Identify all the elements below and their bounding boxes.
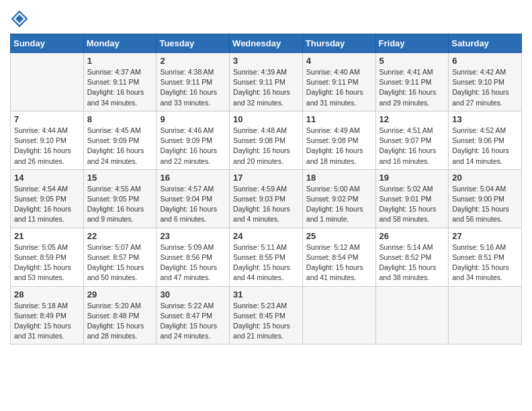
- cell-sun-info: Sunrise: 4:51 AMSunset: 9:07 PMDaylight:…: [380, 126, 445, 167]
- cell-sun-info: Sunrise: 5:22 AMSunset: 8:47 PMDaylight:…: [160, 301, 226, 342]
- cell-sun-info: Sunrise: 4:45 AMSunset: 9:09 PMDaylight:…: [87, 126, 153, 167]
- day-number: 11: [306, 114, 372, 124]
- calendar-cell: 16Sunrise: 4:57 AMSunset: 9:04 PMDayligh…: [157, 169, 230, 228]
- calendar-cell: 2Sunrise: 4:38 AMSunset: 9:11 PMDaylight…: [157, 53, 230, 111]
- cell-sun-info: Sunrise: 4:57 AMSunset: 9:04 PMDaylight:…: [160, 184, 226, 225]
- cell-sun-info: Sunrise: 4:42 AMSunset: 9:10 PMDaylight:…: [452, 67, 518, 108]
- calendar-cell: 12Sunrise: 4:51 AMSunset: 9:07 PMDayligh…: [375, 111, 449, 169]
- day-number: 15: [87, 173, 153, 183]
- calendar-week-row: 28Sunrise: 5:18 AMSunset: 8:49 PMDayligh…: [11, 286, 522, 345]
- weekday-header: Sunday: [11, 34, 84, 53]
- calendar-cell: 26Sunrise: 5:14 AMSunset: 8:52 PMDayligh…: [375, 228, 449, 286]
- day-number: 4: [306, 56, 372, 66]
- day-number: 28: [14, 289, 80, 300]
- day-number: 24: [233, 231, 299, 241]
- cell-sun-info: Sunrise: 5:18 AMSunset: 8:49 PMDaylight:…: [14, 301, 80, 342]
- cell-sun-info: Sunrise: 5:11 AMSunset: 8:55 PMDaylight:…: [233, 242, 299, 283]
- day-number: 21: [14, 231, 80, 241]
- day-number: 3: [233, 56, 299, 66]
- cell-sun-info: Sunrise: 5:12 AMSunset: 8:54 PMDaylight:…: [306, 242, 372, 283]
- cell-sun-info: Sunrise: 5:20 AMSunset: 8:48 PMDaylight:…: [87, 301, 153, 342]
- calendar-cell: 31Sunrise: 5:23 AMSunset: 8:45 PMDayligh…: [230, 286, 303, 345]
- cell-sun-info: Sunrise: 4:48 AMSunset: 9:08 PMDaylight:…: [233, 126, 299, 167]
- calendar-cell: 4Sunrise: 4:40 AMSunset: 9:11 PMDaylight…: [302, 53, 375, 111]
- weekday-header-row: SundayMondayTuesdayWednesdayThursdayFrid…: [11, 34, 522, 53]
- cell-sun-info: Sunrise: 4:44 AMSunset: 9:10 PMDaylight:…: [14, 126, 80, 167]
- calendar-cell: 27Sunrise: 5:16 AMSunset: 8:51 PMDayligh…: [449, 228, 522, 286]
- weekday-header: Friday: [375, 34, 449, 53]
- day-number: 5: [380, 56, 445, 66]
- cell-sun-info: Sunrise: 4:40 AMSunset: 9:11 PMDaylight:…: [306, 67, 372, 108]
- cell-sun-info: Sunrise: 5:05 AMSunset: 8:59 PMDaylight:…: [14, 242, 80, 283]
- calendar-cell: 28Sunrise: 5:18 AMSunset: 8:49 PMDayligh…: [11, 286, 84, 345]
- calendar-cell: 11Sunrise: 4:49 AMSunset: 9:08 PMDayligh…: [302, 111, 375, 169]
- calendar-cell: 30Sunrise: 5:22 AMSunset: 8:47 PMDayligh…: [157, 286, 230, 345]
- day-number: 22: [87, 231, 153, 241]
- cell-sun-info: Sunrise: 5:16 AMSunset: 8:51 PMDaylight:…: [452, 242, 518, 283]
- cell-sun-info: Sunrise: 5:23 AMSunset: 8:45 PMDaylight:…: [233, 301, 299, 342]
- day-number: 17: [233, 173, 299, 183]
- cell-sun-info: Sunrise: 4:55 AMSunset: 9:05 PMDaylight:…: [87, 184, 153, 225]
- cell-sun-info: Sunrise: 4:38 AMSunset: 9:11 PMDaylight:…: [160, 67, 226, 108]
- weekday-header: Wednesday: [230, 34, 303, 53]
- calendar-week-row: 7Sunrise: 4:44 AMSunset: 9:10 PMDaylight…: [11, 111, 522, 169]
- calendar-cell: 15Sunrise: 4:55 AMSunset: 9:05 PMDayligh…: [83, 169, 157, 228]
- day-number: 7: [14, 114, 80, 124]
- calendar-cell: 20Sunrise: 5:04 AMSunset: 9:00 PMDayligh…: [449, 169, 522, 228]
- day-number: 2: [160, 56, 226, 66]
- cell-sun-info: Sunrise: 5:14 AMSunset: 8:52 PMDaylight:…: [380, 242, 445, 283]
- cell-sun-info: Sunrise: 4:46 AMSunset: 9:09 PMDaylight:…: [160, 126, 226, 167]
- day-number: 13: [452, 114, 518, 124]
- calendar-cell: [302, 286, 375, 345]
- calendar-cell: [375, 286, 449, 345]
- cell-sun-info: Sunrise: 5:02 AMSunset: 9:01 PMDaylight:…: [380, 184, 445, 225]
- cell-sun-info: Sunrise: 4:39 AMSunset: 9:11 PMDaylight:…: [233, 67, 299, 108]
- calendar-cell: 8Sunrise: 4:45 AMSunset: 9:09 PMDaylight…: [83, 111, 157, 169]
- day-number: 8: [87, 114, 153, 124]
- calendar-cell: 22Sunrise: 5:07 AMSunset: 8:57 PMDayligh…: [83, 228, 157, 286]
- calendar-cell: 23Sunrise: 5:09 AMSunset: 8:56 PMDayligh…: [157, 228, 230, 286]
- cell-sun-info: Sunrise: 5:09 AMSunset: 8:56 PMDaylight:…: [160, 242, 226, 283]
- day-number: 10: [233, 114, 299, 124]
- calendar-cell: 9Sunrise: 4:46 AMSunset: 9:09 PMDaylight…: [157, 111, 230, 169]
- calendar-cell: 6Sunrise: 4:42 AMSunset: 9:10 PMDaylight…: [449, 53, 522, 111]
- cell-sun-info: Sunrise: 4:49 AMSunset: 9:08 PMDaylight:…: [306, 126, 372, 167]
- cell-sun-info: Sunrise: 4:37 AMSunset: 9:11 PMDaylight:…: [87, 67, 153, 108]
- calendar-cell: 19Sunrise: 5:02 AMSunset: 9:01 PMDayligh…: [375, 169, 449, 228]
- weekday-header: Tuesday: [157, 34, 230, 53]
- weekday-header: Monday: [83, 34, 157, 53]
- page-header: [10, 7, 522, 28]
- calendar-cell: 21Sunrise: 5:05 AMSunset: 8:59 PMDayligh…: [11, 228, 84, 286]
- logo-icon: [10, 9, 29, 28]
- calendar-week-row: 1Sunrise: 4:37 AMSunset: 9:11 PMDaylight…: [11, 53, 522, 111]
- day-number: 1: [87, 56, 153, 66]
- day-number: 9: [160, 114, 226, 124]
- day-number: 18: [306, 173, 372, 183]
- cell-sun-info: Sunrise: 5:07 AMSunset: 8:57 PMDaylight:…: [87, 242, 153, 283]
- day-number: 30: [160, 289, 226, 300]
- day-number: 20: [452, 173, 518, 183]
- calendar-cell: 13Sunrise: 4:52 AMSunset: 9:06 PMDayligh…: [449, 111, 522, 169]
- calendar-cell: 18Sunrise: 5:00 AMSunset: 9:02 PMDayligh…: [302, 169, 375, 228]
- calendar-cell: 25Sunrise: 5:12 AMSunset: 8:54 PMDayligh…: [302, 228, 375, 286]
- calendar-cell: 17Sunrise: 4:59 AMSunset: 9:03 PMDayligh…: [230, 169, 303, 228]
- weekday-header: Saturday: [449, 34, 522, 53]
- calendar-cell: [11, 53, 84, 111]
- calendar-cell: 5Sunrise: 4:41 AMSunset: 9:11 PMDaylight…: [375, 53, 449, 111]
- logo: [10, 9, 32, 28]
- calendar-cell: 10Sunrise: 4:48 AMSunset: 9:08 PMDayligh…: [230, 111, 303, 169]
- day-number: 26: [380, 231, 445, 241]
- day-number: 25: [306, 231, 372, 241]
- calendar-cell: 7Sunrise: 4:44 AMSunset: 9:10 PMDaylight…: [11, 111, 84, 169]
- day-number: 29: [87, 289, 153, 300]
- calendar-cell: [449, 286, 522, 345]
- day-number: 14: [14, 173, 80, 183]
- cell-sun-info: Sunrise: 4:52 AMSunset: 9:06 PMDaylight:…: [452, 126, 518, 167]
- day-number: 19: [380, 173, 445, 183]
- calendar-cell: 29Sunrise: 5:20 AMSunset: 8:48 PMDayligh…: [83, 286, 157, 345]
- weekday-header: Thursday: [302, 34, 375, 53]
- calendar-table: SundayMondayTuesdayWednesdayThursdayFrid…: [10, 34, 522, 345]
- cell-sun-info: Sunrise: 5:00 AMSunset: 9:02 PMDaylight:…: [306, 184, 372, 225]
- cell-sun-info: Sunrise: 4:41 AMSunset: 9:11 PMDaylight:…: [380, 67, 445, 108]
- calendar-week-row: 14Sunrise: 4:54 AMSunset: 9:05 PMDayligh…: [11, 169, 522, 228]
